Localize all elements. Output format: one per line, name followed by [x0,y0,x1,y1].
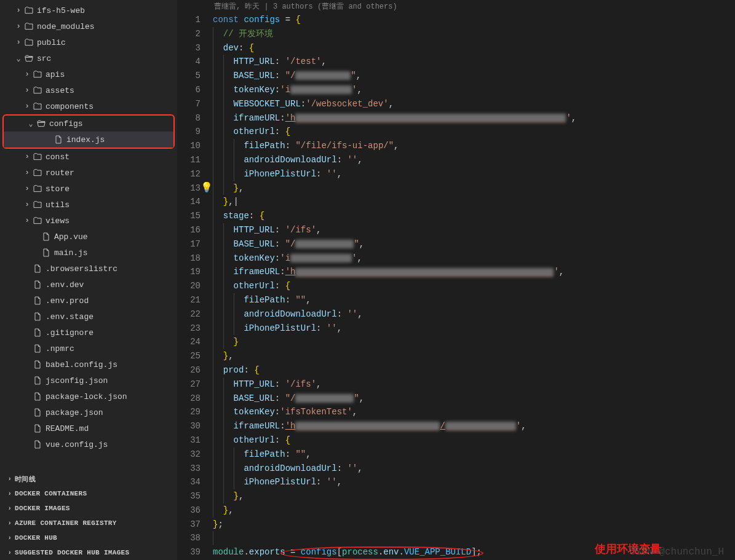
panel-header[interactable]: ›时间线 [0,471,177,486]
tree-file[interactable]: .env.prod [0,293,177,309]
code-line[interactable]: }, [213,503,735,518]
code-line[interactable]: }, [213,489,735,503]
code-line[interactable]: androidDownloadUrl: '', [213,307,735,321]
panel-header[interactable]: ›SUGGESTED DOCKER HUB IMAGES [0,545,177,560]
code-line[interactable]: }, [213,349,735,363]
tree-folder[interactable]: ›utils [0,197,177,213]
tree-file[interactable]: jsconfig.json [0,373,177,388]
folder-icon [32,85,43,95]
chevron-icon: › [22,86,32,95]
code-line[interactable]: } [213,335,735,349]
code-line[interactable]: iPhonePlistUrl: '', [213,321,735,336]
tree-folder[interactable]: ⌄src [0,50,177,66]
file-explorer-sidebar[interactable]: ›ifs-h5-web›node_modules›public⌄src›apis… [0,0,177,560]
tree-folder[interactable]: ›components [0,98,177,114]
code-line[interactable] [213,531,735,545]
tree-file[interactable]: .gitignore [0,325,177,341]
code-line[interactable]: BASE_URL: "/ ", [213,392,735,406]
code-line[interactable]: iframeURL:'h / ', [213,419,735,433]
code-line[interactable]: filePath: "", [213,293,735,307]
file-icon [32,328,43,337]
code-line[interactable]: },💡 [213,181,735,195]
code-line[interactable]: iPhonePlistUrl: '', [213,475,735,489]
tree-file[interactable]: package-lock.json [0,388,177,404]
tree-file[interactable]: .env.dev [0,277,177,293]
code-line[interactable]: iframeURL:'h ', [213,111,735,125]
tree-item-label: const [46,152,70,162]
code-line[interactable]: otherUrl: { [213,279,735,293]
tree-folder[interactable]: ›store [0,181,177,197]
tree-item-label: main.js [54,248,88,258]
code-line[interactable]: tokenKey:'i ', [213,251,735,266]
file-icon [41,232,52,242]
tree-folder[interactable]: ›apis [0,66,177,82]
chevron-icon: › [5,535,15,542]
tree-folder[interactable]: ⌄configs [4,116,173,132]
tree-folder[interactable]: ›assets [0,82,177,98]
panel-header[interactable]: ›AZURE CONTAINER REGISTRY [0,516,177,530]
code-line[interactable]: tokenKey:'i ', [213,83,735,97]
tree-item-label: assets [46,86,74,95]
code-line[interactable]: }; [213,518,735,532]
code-line[interactable]: BASE_URL: "/ ", [213,69,735,83]
file-icon [41,248,52,258]
tree-file[interactable]: vue.config.js [0,436,177,452]
chevron-icon: ⌄ [26,119,36,128]
tree-file[interactable]: main.js [0,245,177,261]
panel-header[interactable]: ›DOCKER HUB [0,530,177,545]
code-line[interactable]: WEBSOCKET_URL:'/websocket_dev', [213,97,735,111]
tree-folder[interactable]: ›views [0,213,177,229]
code-line[interactable]: iframeURL:'h ', [213,265,735,279]
tree-file[interactable]: README.md [0,420,177,436]
tree-item-label: configs [49,119,83,128]
folder-icon [32,101,43,111]
code-line[interactable]: },| [213,195,735,209]
code-line[interactable]: const configs = { [213,13,735,27]
file-tree[interactable]: ›ifs-h5-web›node_modules›public⌄src›apis… [0,0,177,471]
tree-item-label: views [46,216,70,226]
code-line[interactable]: androidDownloadUrl: '', [213,153,735,167]
code-line[interactable]: androidDownloadUrl: '', [213,462,735,476]
panel-header[interactable]: ›DOCKER CONTAINERS [0,486,177,501]
folder-icon [23,53,34,63]
code-line[interactable]: BASE_URL: "/ ", [213,237,735,251]
code-line[interactable]: filePath: "", [213,448,735,462]
code-line[interactable]: otherUrl: { [213,433,735,448]
code-line[interactable]: stage: { [213,209,735,223]
panel-title: SUGGESTED DOCKER HUB IMAGES [15,549,129,556]
code-line[interactable]: iPhonePlistUrl: '', [213,167,735,181]
folder-icon [32,184,43,194]
code-line[interactable]: HTTP_URL: '/ifs', [213,223,735,237]
file-icon [32,424,43,433]
code-editor[interactable]: 曹继雷, 昨天 | 3 authors (曹继雷 and others) 123… [177,0,735,560]
code-content[interactable]: const configs = { // 开发环境 dev: { HTTP_UR… [213,13,735,560]
tree-folder[interactable]: ›const [0,149,177,165]
panel-title: 时间线 [15,475,36,484]
tree-file[interactable]: .browserslistrc [0,261,177,277]
panel-header[interactable]: ›DOCKER IMAGES [0,501,177,516]
code-line[interactable]: dev: { [213,41,735,55]
git-author-line: 曹继雷, 昨天 | 3 authors (曹继雷 and others) [177,0,735,13]
file-icon [32,344,43,353]
tree-file[interactable]: babel.config.js [0,357,177,373]
tree-file[interactable]: package.json [0,404,177,420]
code-line[interactable]: prod: { [213,363,735,377]
code-line[interactable]: HTTP_URL: '/test', [213,55,735,69]
lightbulb-icon[interactable]: 💡 [201,181,213,195]
code-line[interactable]: otherUrl: { [213,125,735,139]
tree-file[interactable]: App.vue [0,229,177,245]
code-line[interactable]: tokenKey:'ifsTokenTest', [213,405,735,419]
code-line[interactable]: module.exports = configs[process.env.VUE… [213,545,735,559]
tree-file[interactable]: .env.stage [0,309,177,325]
code-line[interactable]: filePath: "/file/ifs-ui-app/", [213,139,735,153]
tree-folder[interactable]: ›ifs-h5-web [0,2,177,18]
code-line[interactable]: HTTP_URL: '/ifs', [213,377,735,392]
tree-folder[interactable]: ›router [0,165,177,181]
tree-folder[interactable]: ›node_modules [0,18,177,34]
tree-folder[interactable]: ›public [0,34,177,50]
code-line[interactable]: // 开发环境 [213,27,735,41]
tree-file[interactable]: .npmrc [0,341,177,357]
tree-file[interactable]: index.js [4,132,173,148]
folder-icon [32,69,43,79]
tree-item-label: jsconfig.json [46,376,108,385]
